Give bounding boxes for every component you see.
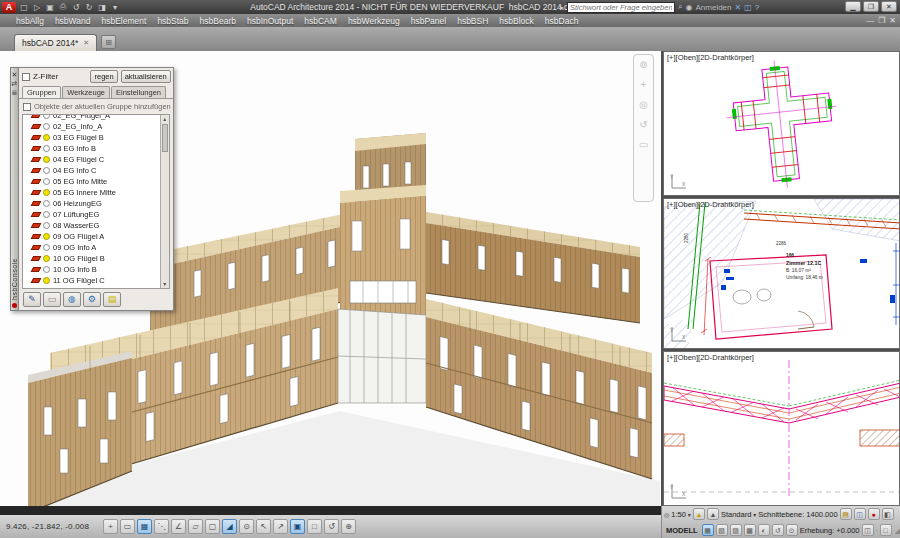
autoscale-icon[interactable]: ▲ — [707, 508, 719, 520]
bulb-icon[interactable] — [43, 222, 50, 229]
full-nav-wheel-icon[interactable]: ⊚ — [639, 59, 647, 70]
bulb-icon[interactable] — [43, 123, 50, 130]
lineweight-toggle[interactable]: ▣ — [290, 519, 305, 534]
add-to-group-checkbox[interactable] — [23, 103, 31, 111]
exchange-icon[interactable]: ✕ — [735, 3, 742, 12]
steering-wheel-icon[interactable]: ↺ — [772, 524, 784, 536]
osnap-toggle[interactable]: ▱ — [188, 519, 203, 534]
model-space-icon[interactable]: ▦ — [702, 524, 714, 536]
elevation-icon[interactable]: ◫ — [862, 524, 874, 536]
new-file-icon[interactable]: ▢ — [19, 3, 29, 12]
group-row[interactable]: 10 OG Flügel B — [23, 253, 160, 264]
menu-hsbwerkzeug[interactable]: hsbWerkzeug — [348, 16, 400, 26]
menu-hsbbearb[interactable]: hsbBearb — [200, 16, 236, 26]
dyn-ucs-toggle[interactable]: ↖ — [256, 519, 271, 534]
selection-cycling-toggle[interactable]: ↺ — [324, 519, 339, 534]
cutplane-value[interactable]: Schnittebene: 1400.000 — [758, 510, 837, 519]
regen-button[interactable]: regen — [90, 70, 117, 83]
minimize-button[interactable]: ▁ — [845, 1, 861, 12]
redo-icon[interactable]: ↻ — [84, 3, 94, 12]
doc-restore-icon[interactable]: ❐ — [878, 16, 885, 25]
showmotion-icon[interactable]: ▭ — [639, 139, 648, 150]
palette-properties-icon[interactable]: ≣ — [12, 88, 18, 97]
navigation-bar[interactable]: ⊚ + ◎ ↺ ▭ — [633, 54, 654, 202]
group-row[interactable]: 09 OG Info A — [23, 242, 160, 253]
file-tab-hsbcad2014[interactable]: hsbCAD 2014* ✕ — [14, 34, 97, 51]
ortho-toggle[interactable]: ⋱ — [154, 519, 169, 534]
menu-hsbstab[interactable]: hsbStab — [157, 16, 188, 26]
search-input[interactable] — [567, 2, 675, 13]
restore-button[interactable]: ❐ — [863, 1, 879, 12]
new-tab-button[interactable]: ⊞ — [101, 35, 116, 49]
viewport-section[interactable]: [+][Oben][2D-Drahtkörper] — [663, 351, 900, 506]
zfilter-checkbox[interactable] — [22, 73, 30, 81]
ucsdetect-toggle[interactable]: ⊙ — [239, 519, 254, 534]
snap-toggle[interactable]: ▭ — [120, 519, 135, 534]
doc-close-icon[interactable]: ✕ — [889, 16, 896, 25]
group-list[interactable]: 02_EG_Flügel_A 02_EG_Info_A 03 EG Flügel… — [23, 114, 160, 288]
filter-edit-button[interactable]: ✎ — [23, 292, 41, 307]
bulb-icon[interactable] — [43, 244, 50, 251]
group-row[interactable]: 09 OG Flügel A — [23, 231, 160, 242]
group-row[interactable]: 04 EG Info C — [23, 165, 160, 176]
palette-autohide-icon[interactable]: ⇄ — [12, 79, 18, 88]
showmotion-icon[interactable]: ⊙ — [786, 524, 798, 536]
quickview-drawings-icon[interactable]: ◐ — [758, 524, 770, 536]
menu-hsbpanel[interactable]: hsbPanel — [411, 16, 446, 26]
zoom-icon[interactable]: ◎ — [639, 99, 648, 110]
group-row[interactable]: 08 WasserEG — [23, 220, 160, 231]
elevation-value[interactable]: Erhebung: +0.000 — [800, 526, 860, 535]
cleanscreen-icon[interactable]: □ — [880, 524, 892, 536]
save-icon[interactable]: ▣ — [45, 3, 55, 12]
aktualisieren-button[interactable]: aktualisieren — [121, 70, 171, 83]
community-icon[interactable]: ◫ — [744, 3, 752, 12]
menu-hsbwand[interactable]: hsbWand — [55, 16, 91, 26]
search-arrow-icon[interactable]: ▸ — [560, 3, 564, 12]
info-button[interactable]: ◍ — [63, 292, 81, 307]
bulb-icon[interactable] — [43, 145, 50, 152]
annotation-visibility-icon[interactable]: ▲ — [693, 508, 705, 520]
osnap3d-toggle[interactable]: ▢ — [205, 519, 220, 534]
plot-icon[interactable]: ⎙ — [58, 2, 68, 12]
polar-toggle[interactable]: ∠ — [171, 519, 186, 534]
menu-hsbblock[interactable]: hsbBlock — [499, 16, 534, 26]
close-button[interactable]: ✕ — [881, 1, 897, 12]
viewport-label[interactable]: [+][Oben][2D-Drahtkörper] — [667, 53, 754, 62]
tab-gruppen[interactable]: Gruppen — [22, 86, 61, 98]
bulb-icon[interactable] — [43, 266, 50, 273]
menu-hsballg[interactable]: hsbAllg — [16, 16, 44, 26]
workspace-icon[interactable]: ◨ — [97, 3, 107, 12]
help-icon[interactable]: ? — [755, 3, 759, 12]
bulb-icon[interactable] — [43, 156, 50, 163]
model-tab-button[interactable]: MODELL — [664, 526, 700, 535]
display-config-select[interactable]: Standard — [721, 510, 751, 519]
palette-title-strip[interactable]: ✕ ⇄ ≣ hsbConsole — [10, 67, 18, 311]
palette-close-icon[interactable]: ✕ — [12, 70, 18, 79]
annotation-monitor-toggle[interactable]: ⊕ — [341, 519, 356, 534]
viewport-top-plan[interactable]: [+][Oben][2D-Drahtkörper] — [663, 51, 900, 196]
scroll-up-icon[interactable]: ▴ — [161, 115, 169, 123]
orbit-icon[interactable]: ↺ — [639, 119, 647, 130]
group-row[interactable]: 06 HeizungEG — [23, 198, 160, 209]
grid-toggle[interactable]: ▦ — [137, 519, 152, 534]
open-file-icon[interactable]: ▷ — [32, 3, 42, 12]
layout1-icon[interactable]: ▧ — [716, 524, 728, 536]
live-section-icon[interactable]: ● — [868, 508, 880, 520]
viewport-label[interactable]: [+][Oben][2D-Drahtkörper] — [667, 200, 754, 209]
list-scrollbar[interactable]: ▴ ▾ — [160, 115, 169, 288]
scroll-thumb[interactable] — [162, 124, 168, 152]
display-icon[interactable]: ◫ — [854, 508, 866, 520]
scale-select[interactable]: 1:50 — [671, 510, 686, 519]
layout2-icon[interactable]: ▨ — [730, 524, 742, 536]
settings-button[interactable]: ⚙ — [83, 292, 101, 307]
autocad-logo-menu[interactable]: A — [2, 2, 16, 13]
toolbar-dropdown-icon[interactable]: ▾ — [110, 3, 120, 12]
menu-hsbdach[interactable]: hsbDach — [545, 16, 579, 26]
menu-hsbcam[interactable]: hsbCAM — [304, 16, 337, 26]
group-row[interactable]: 10 OG Info B — [23, 264, 160, 275]
bulb-icon[interactable] — [43, 114, 50, 119]
viewport-label[interactable]: [+][Oben][2D-Drahtkörper] — [667, 353, 754, 362]
isolate-objects-icon[interactable]: ▤ — [840, 508, 852, 520]
group-row[interactable]: 05 EG Innere Mitte — [23, 187, 160, 198]
layout-list-icon[interactable]: ▩ — [744, 524, 756, 536]
